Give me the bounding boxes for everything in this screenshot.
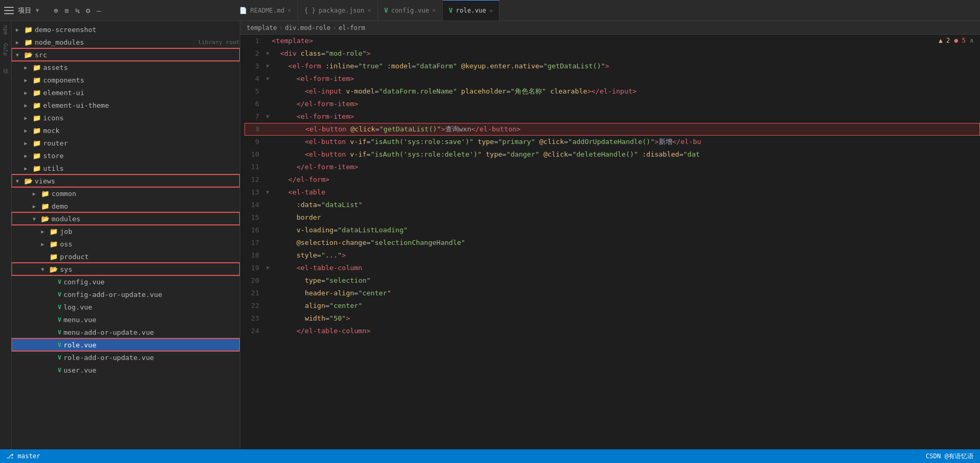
syntax-token: type xyxy=(477,138,494,146)
tree-item-element-ui[interactable]: ▶📁 element-ui xyxy=(12,86,240,99)
fold-gutter[interactable]: ▼ xyxy=(263,186,272,199)
tree-item-config-vue[interactable]: V config.vue xyxy=(12,275,240,288)
syntax-token: "getDataList()" xyxy=(380,125,441,133)
tab-readme[interactable]: 📄 README.md × xyxy=(233,0,298,20)
fold-gutter[interactable]: ▼ xyxy=(263,262,272,274)
tree-item-product[interactable]: 📁 product xyxy=(12,250,240,263)
breadcrumb-div[interactable]: div.mod-role xyxy=(285,24,331,32)
tree-item-oss[interactable]: ▶📁 oss xyxy=(12,238,240,250)
syntax-token: "center" xyxy=(358,289,391,297)
syntax-token: border xyxy=(297,213,321,221)
tree-item-user-vue[interactable]: V user.vue xyxy=(12,364,240,376)
tree-item-element-ui-theme[interactable]: ▶📁 element-ui-theme xyxy=(12,99,240,111)
tab-readme-close[interactable]: × xyxy=(288,7,291,14)
tree-item-demo[interactable]: ▶📁 demo xyxy=(12,200,240,212)
syntax-token: "getDataList()" xyxy=(544,62,605,70)
tree-item-utils[interactable]: ▶📁 utils xyxy=(12,162,240,174)
tree-item-common[interactable]: ▶📁 common xyxy=(12,187,240,200)
tree-item-router[interactable]: ▶📁 router xyxy=(12,137,240,149)
tree-arrow: ▼ xyxy=(16,52,24,58)
tree-item-sys[interactable]: ▼📂 sys xyxy=(12,263,240,275)
list-icon[interactable]: ≡ xyxy=(64,6,68,15)
breadcrumb-template[interactable]: template xyxy=(247,24,277,32)
tree-item-assets[interactable]: ▶📁 assets xyxy=(12,61,240,74)
syntax-token: = xyxy=(679,150,683,158)
syntax-token: width xyxy=(305,314,325,322)
tree-item-demo-screenshot[interactable]: ▶📁 demo-screenshot xyxy=(12,23,240,36)
tab-role[interactable]: V role.vue × xyxy=(443,0,500,20)
tree-label: components xyxy=(43,76,240,84)
tree-label: role-add-or-update.vue xyxy=(64,354,240,362)
minimize-icon[interactable]: — xyxy=(97,6,101,15)
syntax-token: <template> xyxy=(272,37,313,45)
tree-item-config-add-or-update-vue[interactable]: V config-add-or-update.vue xyxy=(12,288,240,301)
folder-icon: 📁 xyxy=(33,152,41,160)
code-line: 17 @selection-change="selectionChangeHan… xyxy=(244,236,980,249)
tree-item-job[interactable]: ▶📁 job xyxy=(12,225,240,238)
tree-label: store xyxy=(43,152,240,160)
fold-gutter[interactable]: ▼ xyxy=(263,110,272,123)
syntax-token: clearable xyxy=(550,87,587,95)
syntax-token: :model xyxy=(387,62,412,70)
syntax-token: > xyxy=(441,125,445,133)
code-content: </el-table-column> xyxy=(272,325,371,337)
tab-config-close[interactable]: × xyxy=(432,7,436,14)
tree-item-menu-add-or-update-vue[interactable]: V menu-add-or-update.vue xyxy=(12,326,240,338)
tree-item-role-vue[interactable]: V role.vue xyxy=(12,338,240,351)
line-number: 14 xyxy=(244,199,263,211)
fold-gutter[interactable]: ▼ xyxy=(263,47,272,60)
syntax-token: <el-form-item> xyxy=(297,112,354,120)
tree-item-role-add-or-update-vue[interactable]: V role-add-or-update.vue xyxy=(12,351,240,364)
syntax-token xyxy=(272,264,297,272)
syntax-token: = xyxy=(539,62,544,70)
code-lines[interactable]: 1<template>2▼ <div class="mod-role">3▼ <… xyxy=(240,35,980,449)
syntax-token xyxy=(272,226,297,234)
settings-icon[interactable]: ⚙ xyxy=(86,6,90,15)
tree-item-menu-vue[interactable]: V menu.vue xyxy=(12,313,240,326)
vue-file-icon: V xyxy=(58,329,62,336)
fold-gutter[interactable]: ▼ xyxy=(263,60,272,73)
tree-item-components[interactable]: ▶📁 components xyxy=(12,74,240,86)
editor-area: template › div.mod-role › el-form ▲ 2 ● … xyxy=(240,21,980,449)
code-line: 7▼ <el-form-item> xyxy=(244,110,980,123)
tree-item-mock[interactable]: ▶📁 mock xyxy=(12,124,240,137)
left-toolbar-npm[interactable]: npm xyxy=(2,23,9,37)
tab-package[interactable]: { } package.json × xyxy=(298,0,378,20)
syntax-token: = xyxy=(506,87,511,95)
filter-icon[interactable]: ≒ xyxy=(75,6,79,15)
tab-role-close[interactable]: × xyxy=(489,7,493,14)
tree-arrow: ▶ xyxy=(24,115,33,121)
fold-gutter[interactable]: ▼ xyxy=(263,73,272,85)
globe-icon[interactable]: ⊕ xyxy=(54,6,58,15)
tree-item-store[interactable]: ▶📁 store xyxy=(12,149,240,162)
code-line: 4▼ <el-form-item> xyxy=(244,73,980,85)
tree-item-log-vue[interactable]: V log.vue xyxy=(12,301,240,313)
tree-arrow: ▶ xyxy=(33,191,41,197)
tree-item-icons[interactable]: ▶📁 icons xyxy=(12,111,240,124)
dropdown-arrow-icon[interactable]: ▼ xyxy=(36,7,39,13)
tree-item-src[interactable]: ▼📂 src xyxy=(12,48,240,61)
tab-package-close[interactable]: × xyxy=(368,7,371,14)
tree-item-modules[interactable]: ▼📂 modules xyxy=(12,212,240,225)
menu-icon[interactable] xyxy=(4,7,14,14)
syntax-token: ></el-input> xyxy=(587,87,637,95)
syntax-token xyxy=(539,150,544,158)
md-icon: 📄 xyxy=(239,7,247,14)
syntax-token xyxy=(272,112,297,120)
left-toolbar-misc[interactable]: 综 xyxy=(1,62,11,66)
main-content: npm Gulp 综 ▶📁 demo-screenshot▶📁 node_mod… xyxy=(0,21,980,449)
tab-config[interactable]: V config.vue × xyxy=(378,0,443,20)
code-line: 2▼ <div class="mod-role"> xyxy=(244,47,980,60)
syntax-token: = xyxy=(375,87,379,95)
left-toolbar-gulp[interactable]: Gulp xyxy=(2,41,9,58)
tree-arrow: ▶ xyxy=(24,153,33,159)
tree-arrow: ▶ xyxy=(24,140,33,146)
tree-arrow: ▶ xyxy=(41,229,49,234)
status-bar-right: CSDN @有语忆语 xyxy=(926,452,974,461)
tree-item-node-modules[interactable]: ▶📁 node_moduleslibrary root xyxy=(12,36,240,48)
syntax-token xyxy=(272,188,288,196)
tree-item-views[interactable]: ▼📂 views xyxy=(12,174,240,187)
syntax-token: "..." xyxy=(321,251,342,259)
code-content: <el-button v-if="isAuth('sys:role:save')… xyxy=(272,136,701,148)
breadcrumb-form[interactable]: el-form xyxy=(339,24,365,32)
